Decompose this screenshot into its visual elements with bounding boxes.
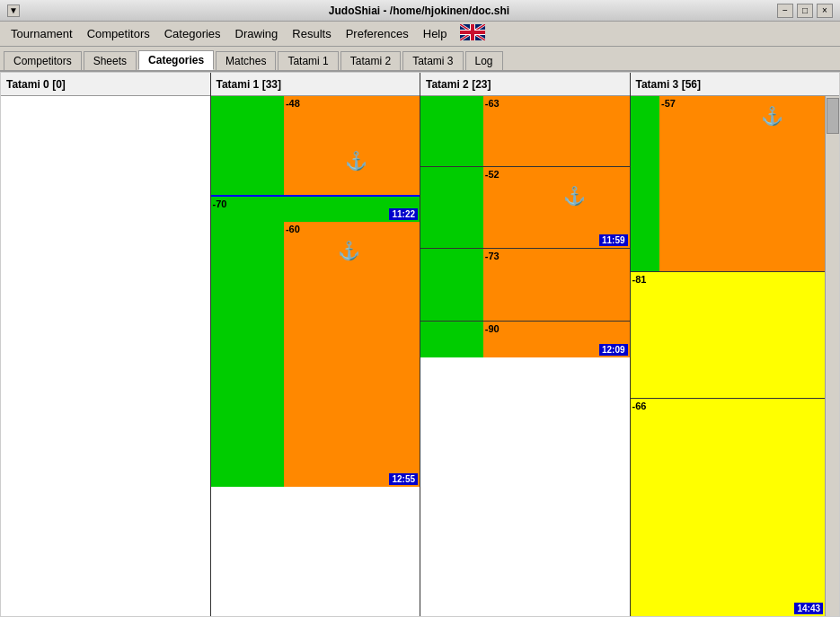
time-badge-70: 11:22 xyxy=(389,208,418,220)
menu-categories[interactable]: Categories xyxy=(157,25,228,42)
tatami1-cat-60[interactable]: -60 ⚓ 12:55 xyxy=(211,222,420,487)
anchor-icon-52: ⚓ xyxy=(563,185,586,207)
tab-matches[interactable]: Matches xyxy=(216,51,276,70)
tab-categories[interactable]: Categories xyxy=(138,50,214,70)
tab-tatami1[interactable]: Tatami 1 xyxy=(278,51,338,70)
scrollbar[interactable] xyxy=(825,96,839,616)
divider-81 xyxy=(631,398,826,399)
divider-52 xyxy=(420,248,630,249)
menu-preferences[interactable]: Preferences xyxy=(339,25,416,42)
anchor-icon-48: ⚓ xyxy=(345,150,367,172)
title-bar: ▼ JudoShiai - /home/hjokinen/doc.shi − □… xyxy=(0,0,840,22)
menu-results[interactable]: Results xyxy=(285,25,338,42)
tab-log[interactable]: Log xyxy=(465,51,503,70)
anchor-icon-57: ⚓ xyxy=(761,105,783,127)
time-badge-66: 14:43 xyxy=(794,603,823,614)
tatami2-cat-73[interactable]: -73 xyxy=(420,249,630,321)
language-flag[interactable] xyxy=(460,24,485,43)
tatami0-header: Tatami 0 [0] xyxy=(1,73,210,96)
menu-help[interactable]: Help xyxy=(416,25,455,42)
tatami-col-0: Tatami 0 [0] xyxy=(1,73,211,616)
divider-57 xyxy=(631,271,826,272)
minimize-button[interactable]: − xyxy=(777,4,793,18)
menu-tournament[interactable]: Tournament xyxy=(4,25,80,42)
menu-bar: Tournament Competitors Categories Drawin… xyxy=(0,22,840,47)
cat-label-81: -81 xyxy=(632,274,647,285)
window-controls: − □ × xyxy=(777,4,833,18)
tatami1-body: -48 ⚓ -70 11:22 -60 xyxy=(211,96,420,616)
tatami2-cat-63[interactable]: -63 xyxy=(420,96,630,166)
maximize-button[interactable]: □ xyxy=(797,4,813,18)
tatami0-body xyxy=(1,96,210,616)
main-content: Tatami 0 [0] Tatami 1 [33] -48 ⚓ xyxy=(0,72,840,617)
tatami3-body: -57 ⚓ -81 -66 14:43 xyxy=(631,96,840,616)
tab-sheets[interactable]: Sheets xyxy=(84,51,137,70)
cat-label-52: -52 xyxy=(485,169,500,180)
cat-label-60: -60 xyxy=(286,224,300,234)
close-button[interactable]: × xyxy=(817,4,833,18)
tatami1-cat-48[interactable]: -48 ⚓ xyxy=(211,96,420,195)
tab-bar: Competitors Sheets Categories Matches Ta… xyxy=(0,47,840,72)
time-badge-90: 12:09 xyxy=(599,344,628,356)
tab-competitors[interactable]: Competitors xyxy=(4,51,82,70)
tatami3-header: Tatami 3 [56] xyxy=(631,73,840,96)
menu-competitors[interactable]: Competitors xyxy=(80,25,157,42)
tatami-col-1: Tatami 1 [33] -48 ⚓ -70 11:22 xyxy=(211,73,421,616)
tatami2-cat-90[interactable]: -90 12:09 xyxy=(420,322,630,357)
svg-rect-8 xyxy=(460,31,485,34)
window-title: JudoShiai - /home/hjokinen/doc.shi xyxy=(61,4,777,17)
cat-label-90: -90 xyxy=(485,323,500,334)
tatami3-cat-57[interactable]: -57 ⚓ xyxy=(631,96,826,271)
tatami3-cat-66[interactable]: -66 14:43 xyxy=(631,399,826,616)
tatami2-cat-52[interactable]: -52 ⚓ 11:59 xyxy=(420,167,630,248)
scrollbar-thumb[interactable] xyxy=(827,98,839,134)
cat-label-66: -66 xyxy=(632,401,647,411)
tatami2-header: Tatami 2 [23] xyxy=(420,73,630,96)
tatami2-body: -63 -52 ⚓ 11:59 xyxy=(420,96,630,616)
cat-label-73: -73 xyxy=(485,251,500,261)
cat-label-63: -63 xyxy=(485,98,500,109)
anchor-icon-60: ⚓ xyxy=(338,240,360,261)
divider-48 xyxy=(211,195,420,197)
tatami-col-2: Tatami 2 [23] -63 -52 ⚓ 11 xyxy=(420,73,631,616)
time-badge-60: 12:55 xyxy=(389,473,418,485)
time-badge-52: 11:59 xyxy=(599,234,628,246)
cat-label-57: -57 xyxy=(661,98,676,109)
divider-63 xyxy=(420,166,630,167)
tatami1-header: Tatami 1 [33] xyxy=(211,73,420,96)
menu-drawing[interactable]: Drawing xyxy=(228,25,286,42)
cat-label-70: -70 xyxy=(213,198,227,209)
tatami3-cat-81[interactable]: -81 xyxy=(631,272,826,398)
tatami-col-3: Tatami 3 [56] -57 ⚓ -81 -66 14:43 xyxy=(631,73,840,616)
divider-73 xyxy=(420,321,630,322)
tab-tatami2[interactable]: Tatami 2 xyxy=(340,51,401,70)
system-menu-icon[interactable]: ▼ xyxy=(7,4,20,17)
tatami1-cat-70[interactable]: -70 11:22 xyxy=(211,197,420,222)
tatami-grid: Tatami 0 [0] Tatami 1 [33] -48 ⚓ xyxy=(0,72,840,617)
tab-tatami3[interactable]: Tatami 3 xyxy=(402,51,463,70)
cat-label-48: -48 xyxy=(286,98,300,109)
